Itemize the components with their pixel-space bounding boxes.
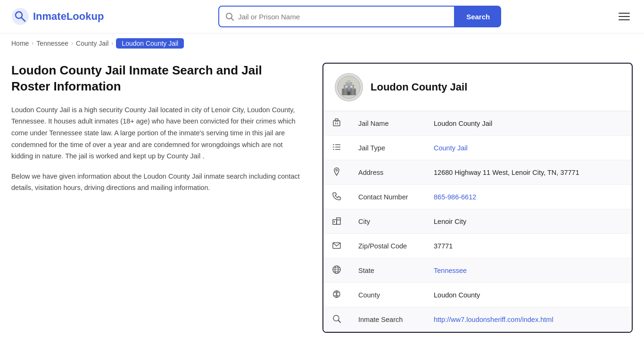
main-content: Loudon County Jail Inmate Search and Jai… (0, 53, 644, 352)
search-area: Search (218, 6, 501, 27)
svg-rect-17 (347, 91, 350, 95)
svg-rect-3 (16, 12, 17, 14)
description-1: Loudon County Jail is a high security Co… (11, 104, 304, 162)
description-2: Below we have given information about th… (11, 171, 304, 194)
table-row: Contact Number865-986-6612 (323, 185, 632, 209)
svg-rect-31 (334, 221, 335, 222)
svg-rect-30 (337, 218, 340, 224)
table-row: CityLenoir City (323, 209, 632, 234)
row-icon-cell (323, 160, 350, 185)
row-value: http://ww7.loudonsheriff.com/index.html (425, 307, 632, 332)
table-row: Jail TypeCounty Jail (323, 136, 632, 160)
site-header: InmateLookup Search (0, 0, 644, 33)
jail-info-card: Loudon County Jail Jail NameLoudon Count… (322, 63, 633, 333)
chevron-icon-2: › (71, 40, 73, 47)
row-value-link[interactable]: 865-986-6612 (434, 193, 476, 201)
table-row: Address12680 Highway 11 West, Lenoir Cit… (323, 160, 632, 185)
row-value: County Jail (425, 136, 632, 160)
svg-line-42 (339, 321, 341, 323)
row-label: Jail Name (350, 111, 425, 136)
search-input[interactable] (238, 13, 448, 21)
svg-point-28 (336, 169, 338, 171)
row-value: 865-986-6612 (425, 185, 632, 209)
breadcrumb: Home › Tennessee › County Jail › Loudon … (0, 33, 644, 53)
chevron-icon: › (32, 40, 33, 47)
logo-accent: Inmate (33, 10, 66, 22)
info-table: Jail NameLoudon County JailJail TypeCoun… (323, 111, 632, 332)
row-label: Contact Number (350, 185, 425, 209)
breadcrumb-home[interactable]: Home (11, 40, 29, 47)
row-icon-cell (323, 283, 350, 307)
row-icon-cell (323, 209, 350, 234)
table-row: Jail NameLoudon County Jail (323, 111, 632, 136)
row-value: Tennessee (425, 258, 632, 283)
breadcrumb-county-jail[interactable]: County Jail (76, 40, 108, 47)
breadcrumb-tennessee[interactable]: Tennessee (36, 40, 68, 47)
row-value-link[interactable]: County Jail (434, 144, 468, 152)
card-header: Loudon County Jail (323, 64, 632, 111)
row-icon-cell (323, 258, 350, 283)
svg-point-0 (12, 8, 29, 25)
table-row: StateTennessee (323, 258, 632, 283)
row-icon-cell (323, 111, 350, 136)
chevron-icon-3: › (111, 40, 113, 47)
svg-rect-32 (338, 219, 339, 221)
row-value: Loudon County (425, 283, 632, 307)
row-label: County (350, 283, 425, 307)
row-value-link[interactable]: Tennessee (434, 267, 467, 274)
hamburger-line1 (619, 13, 630, 14)
row-value: 37771 (425, 234, 632, 258)
row-value: 12680 Highway 11 West, Lenoir City, TN, … (425, 160, 632, 185)
svg-rect-13 (350, 89, 352, 95)
row-value: Lenoir City (425, 209, 632, 234)
table-row: CountyLoudon County (323, 283, 632, 307)
logo-name-rest: Lookup (66, 10, 104, 22)
jail-building-icon (337, 75, 361, 99)
logo-icon (11, 8, 29, 25)
svg-rect-10 (347, 80, 350, 83)
svg-rect-16 (350, 86, 353, 88)
left-panel: Loudon County Jail Inmate Search and Jai… (11, 63, 322, 333)
card-jail-name: Loudon County Jail (371, 81, 467, 93)
hamburger-line3 (619, 19, 630, 20)
row-icon-cell (323, 185, 350, 209)
table-row: Inmate Searchhttp://ww7.loudonsheriff.co… (323, 307, 632, 332)
page-title: Loudon County Jail Inmate Search and Jai… (11, 63, 304, 95)
row-value: Loudon County Jail (425, 111, 632, 136)
search-button[interactable]: Search (455, 6, 501, 27)
logo-link[interactable]: InmateLookup (11, 8, 104, 25)
search-wrapper (218, 6, 455, 27)
row-value-link[interactable]: http://ww7.loudonsheriff.com/index.html (434, 316, 553, 323)
menu-button[interactable] (616, 10, 633, 23)
svg-rect-19 (335, 119, 338, 121)
row-icon-cell (323, 136, 350, 160)
row-label: Jail Type (350, 136, 425, 160)
svg-rect-14 (354, 89, 355, 95)
row-label: Inmate Search (350, 307, 425, 332)
svg-line-5 (231, 18, 234, 21)
table-row: Zip/Postal Code37771 (323, 234, 632, 258)
row-label: Zip/Postal Code (350, 234, 425, 258)
svg-rect-11 (343, 89, 344, 95)
logo-text: InmateLookup (33, 10, 104, 23)
svg-rect-33 (339, 219, 340, 221)
row-icon-cell (323, 307, 350, 332)
hamburger-line2 (619, 16, 630, 17)
breadcrumb-active: Loudon County Jail (116, 38, 184, 49)
jail-avatar (335, 73, 363, 101)
row-label: State (350, 258, 425, 283)
row-label: Address (350, 160, 425, 185)
svg-rect-15 (345, 86, 347, 88)
row-icon-cell (323, 234, 350, 258)
row-label: City (350, 209, 425, 234)
search-icon (225, 12, 234, 21)
